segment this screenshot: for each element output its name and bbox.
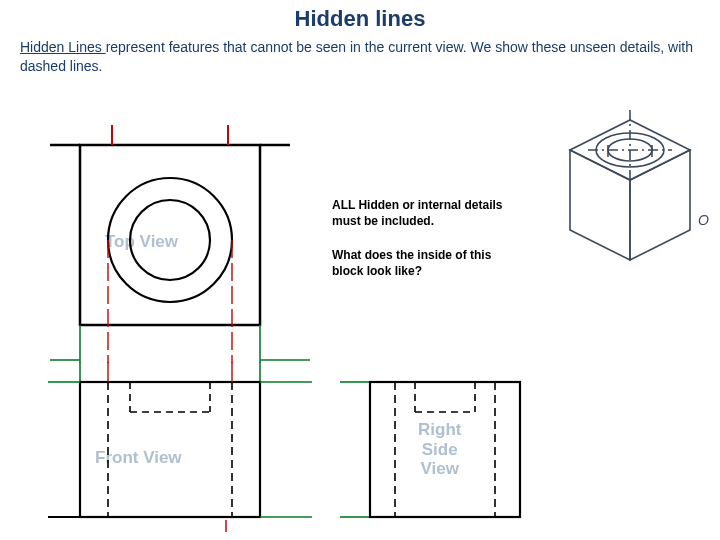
question-text: What does the inside of this block look … [332,248,512,279]
desc-rest: represent features that cannot be seen i… [20,39,693,74]
iso-label: O [698,212,709,228]
svg-rect-0 [80,145,260,325]
desc-lead: Hidden Lines [20,39,106,55]
svg-rect-30 [370,382,520,517]
right-view-drawing [340,362,550,540]
front-view-drawing [20,362,320,540]
isometric-drawing: O [540,95,710,275]
svg-rect-15 [80,382,260,517]
svg-point-6 [130,200,210,280]
svg-point-5 [108,178,232,302]
top-view-drawing [20,95,320,365]
page-title: Hidden lines [0,0,720,32]
description: Hidden Lines represent features that can… [0,32,720,76]
note-text: ALL Hidden or internal details must be i… [332,198,522,229]
